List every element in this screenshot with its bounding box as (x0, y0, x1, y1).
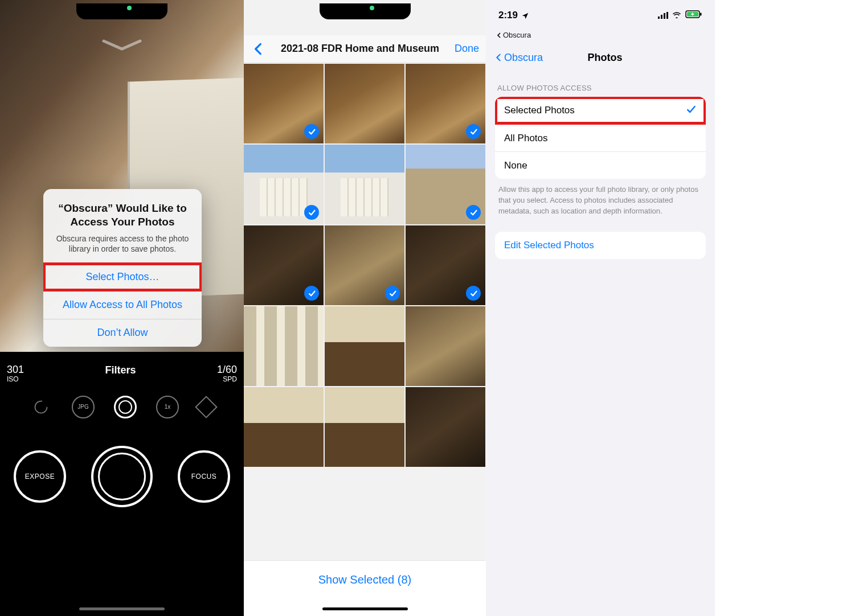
grid-icon[interactable] (195, 396, 218, 418)
panel-photo-picker: 2021-08 FDR Home and Museum Done Show Se… (244, 0, 486, 616)
show-selected-button[interactable]: Show Selected (8) (318, 573, 411, 586)
photo-thumb[interactable] (325, 387, 404, 467)
section-header: ALLOW PHOTOS ACCESS (486, 72, 715, 97)
chevron-down-icon[interactable] (99, 38, 145, 52)
svg-rect-3 (700, 13, 702, 16)
status-bar: 2:19 (486, 0, 715, 31)
edit-selected-group: Edit Selected Photos (495, 232, 706, 259)
cell-signal-icon (658, 12, 668, 19)
back-button[interactable] (251, 42, 265, 56)
photo-access-options: Selected Photos All Photos None (495, 97, 706, 179)
settings-navbar: Obscura Photos (486, 43, 715, 72)
filter-ring-icon[interactable] (114, 396, 137, 418)
photo-grid (244, 64, 486, 467)
page-title: Photos (503, 52, 707, 64)
photo-thumb[interactable] (406, 387, 485, 467)
photo-thumb[interactable] (325, 64, 404, 143)
selected-check-icon (466, 205, 481, 220)
breadcrumb-back-to-app[interactable]: Obscura (486, 31, 715, 43)
options-footer-note: Allow this app to access your full photo… (486, 179, 715, 217)
option-all-photos[interactable]: All Photos (495, 124, 706, 151)
wifi-icon (672, 10, 682, 21)
picker-footer: Show Selected (8) (244, 560, 486, 616)
panel-obscura-camera: “Obscura” Would Like to Access Your Phot… (0, 0, 244, 616)
photo-thumb[interactable] (244, 145, 324, 224)
home-indicator[interactable] (79, 607, 165, 610)
battery-charging-icon (685, 10, 702, 21)
expose-button[interactable]: EXPOSE (14, 450, 66, 503)
panel-settings-photos: 2:19 Obscura Obscura Photos ALLOW PHOT (486, 0, 715, 616)
selected-check-icon (466, 286, 481, 301)
shutter-speed-readout: 1/60 SPD (217, 364, 237, 383)
picker-navbar: 2021-08 FDR Home and Museum Done (244, 35, 486, 63)
device-notch (320, 3, 411, 19)
zoom-button[interactable]: 1x (156, 396, 179, 418)
svg-point-0 (35, 401, 47, 413)
option-selected-photos[interactable]: Selected Photos (495, 97, 706, 124)
format-jpg-button[interactable]: JPG (72, 396, 95, 418)
photo-thumb[interactable] (406, 225, 485, 305)
album-title: 2021-08 FDR Home and Museum (265, 43, 455, 55)
photo-thumb[interactable] (244, 225, 324, 305)
device-notch (76, 3, 167, 19)
home-indicator[interactable] (322, 607, 408, 610)
selected-check-icon (466, 124, 481, 139)
option-none[interactable]: None (495, 151, 706, 179)
iso-readout: 301 ISO (7, 364, 24, 383)
selected-check-icon (304, 286, 319, 301)
checkmark-icon (685, 104, 697, 118)
camera-active-indicator-icon (127, 6, 132, 10)
location-arrow-icon (521, 11, 529, 19)
photo-thumb[interactable] (406, 64, 485, 143)
edit-selected-photos-button[interactable]: Edit Selected Photos (495, 232, 706, 259)
selected-check-icon (385, 286, 400, 301)
photo-thumb[interactable] (325, 145, 404, 224)
photo-thumb[interactable] (325, 225, 404, 305)
dont-allow-button[interactable]: Don’t Allow (43, 319, 202, 347)
selected-check-icon (304, 205, 319, 220)
photo-thumb[interactable] (325, 306, 404, 386)
hud-filters-label[interactable]: Filters (24, 364, 217, 376)
timer-icon[interactable] (30, 396, 52, 418)
photo-thumb[interactable] (406, 306, 485, 386)
selected-check-icon (304, 124, 319, 139)
shutter-button[interactable] (91, 446, 153, 507)
photo-thumb[interactable] (406, 145, 485, 224)
focus-button[interactable]: FOCUS (178, 450, 230, 503)
alert-subtitle: Obscura requires access to the photo lib… (54, 233, 191, 254)
allow-all-photos-button[interactable]: Allow Access to All Photos (43, 291, 202, 319)
status-time: 2:19 (498, 10, 518, 21)
photo-thumb[interactable] (244, 64, 324, 143)
camera-hud: 301 ISO Filters 1/60 SPD JPG 1x EXPOSE F… (0, 355, 244, 616)
photo-access-alert: “Obscura” Would Like to Access Your Phot… (43, 189, 202, 347)
alert-title: “Obscura” Would Like to Access Your Phot… (54, 202, 191, 229)
photo-thumb[interactable] (244, 306, 324, 386)
done-button[interactable]: Done (455, 43, 479, 55)
camera-active-indicator-icon (370, 6, 374, 10)
select-photos-button[interactable]: Select Photos… (43, 263, 202, 291)
photo-thumb[interactable] (244, 387, 324, 467)
